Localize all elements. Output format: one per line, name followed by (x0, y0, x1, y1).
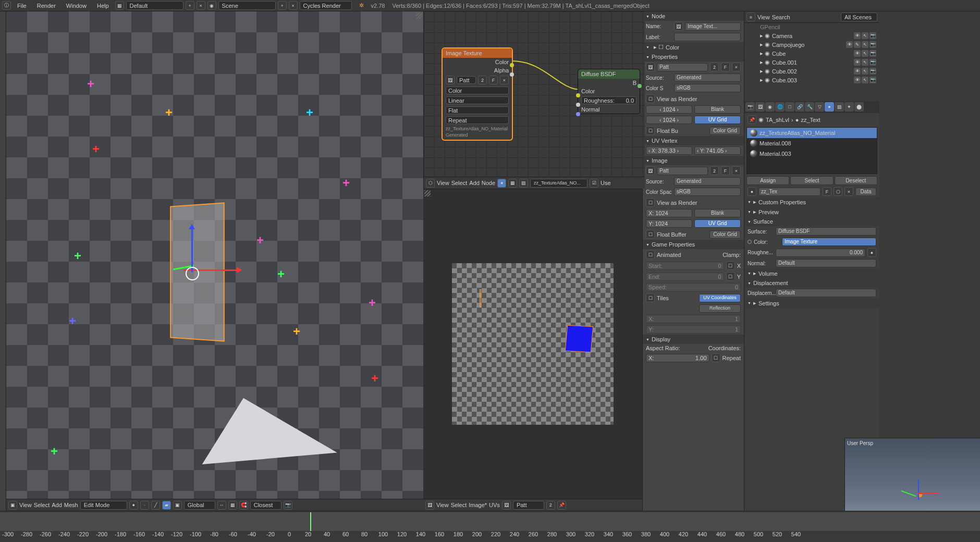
area-corner[interactable] (416, 13, 422, 19)
panel-preview[interactable]: ▸ Preview (744, 207, 879, 217)
item-label[interactable]: Cube (772, 51, 786, 57)
link-data-dd[interactable]: Data (855, 188, 876, 196)
checkbox[interactable]: ☐ (646, 198, 655, 207)
eye-icon[interactable]: 👁 (846, 41, 853, 48)
node-menu-view[interactable]: View (437, 180, 449, 186)
panel-color-header[interactable]: ▸ ☐ Color (643, 42, 744, 52)
material-name[interactable]: Material.008 (760, 140, 791, 146)
colorspace-dd[interactable]: Color (446, 87, 509, 94)
repeat-check[interactable]: ☐ (712, 353, 720, 362)
compositor-tree-icon[interactable]: ▦ (508, 179, 517, 188)
render-icon[interactable]: 📷 (869, 68, 876, 75)
item-label[interactable]: Cube.003 (772, 77, 797, 83)
surface-dd[interactable]: Diffuse BSDF (776, 227, 876, 236)
aspect-x[interactable]: X: 1.00 (646, 354, 709, 362)
cursor-icon[interactable]: ↖ (862, 32, 868, 39)
users-count[interactable]: 2 (478, 76, 487, 84)
3dview-editor-icon[interactable]: ▣ (8, 501, 17, 510)
material-field[interactable]: zz_TextureAtlas_NO... (530, 179, 587, 188)
material-browse-icon[interactable]: ● (748, 187, 756, 196)
area-corner[interactable] (424, 190, 431, 196)
clamp-y-check[interactable]: ☐ (726, 272, 735, 281)
material-slot-list[interactable]: zz_TextureAtlas_NO_Material Material.008… (746, 127, 877, 174)
assign-button[interactable]: Assign (746, 176, 789, 185)
node-title[interactable]: Image Texture (443, 48, 512, 58)
tab-constraint[interactable]: 🔗 (795, 102, 804, 112)
uv-menu-select[interactable]: Select (451, 502, 467, 508)
panel-gameprops-header[interactable]: Game Properties (643, 240, 744, 249)
node-menu-node[interactable]: Node (482, 180, 495, 186)
node-image-field[interactable]: Patt (457, 76, 476, 84)
uv-selection-small[interactable] (480, 289, 481, 307)
info-editor-icon[interactable]: ⓘ (2, 1, 11, 10)
cursor-icon[interactable]: ↖ (862, 41, 868, 48)
uvcoords-btn[interactable]: UV Coordinates (699, 294, 741, 302)
outliner-tree[interactable]: GPencil ▸ ◉ Camera👁↖📷 ▸ ◉ Campojuego👁✎↖📷… (744, 23, 879, 101)
panel-properties-header[interactable]: Properties (643, 52, 744, 61)
tab-scene[interactable]: ◉ (765, 102, 775, 112)
socket-normal-in[interactable] (576, 112, 580, 116)
panel-image-header[interactable]: Image (643, 156, 744, 165)
node-menu-select[interactable]: Select (451, 180, 468, 186)
source-dd[interactable]: Generated (674, 73, 741, 82)
disp-dd[interactable]: Default (776, 289, 876, 297)
texture-tree-icon[interactable]: ▨ (519, 179, 528, 188)
checkbox[interactable]: ☐ (646, 94, 655, 103)
item-label[interactable]: Cube.002 (772, 68, 797, 75)
menu-render[interactable]: Render (33, 2, 60, 10)
layout-dropdown[interactable]: Default (126, 1, 183, 10)
del-scene-icon[interactable]: × (289, 1, 298, 10)
checkbox[interactable]: ☐ (646, 250, 655, 259)
vert-select-icon[interactable]: · (140, 501, 149, 510)
roughness-value[interactable]: 0.0 (626, 97, 634, 103)
menu-file[interactable]: File (13, 2, 31, 10)
snap-dropdown[interactable]: Closest (250, 501, 281, 510)
tab-layers[interactable]: 🖼 (755, 102, 765, 112)
uv-menu-view[interactable]: View (436, 502, 449, 508)
render-icon[interactable]: 📷 (284, 501, 292, 510)
menu-help[interactable]: Help (93, 2, 113, 10)
tab-world[interactable]: 🌐 (775, 102, 785, 112)
uv-menu-image[interactable]: Image* (469, 502, 487, 508)
interp-dd[interactable]: Linear (446, 96, 509, 104)
panel-volume[interactable]: ▸ Volume (744, 268, 879, 278)
material-name[interactable]: Material.003 (760, 151, 791, 157)
render-icon[interactable]: 📷 (869, 50, 876, 57)
fake-user[interactable]: F (721, 166, 730, 175)
sphere-icon[interactable]: ● (129, 501, 138, 510)
tab-physics[interactable]: ⬤ (854, 102, 864, 112)
breadcrumb-mat[interactable]: zz_Text (801, 117, 820, 123)
del-layout-icon[interactable]: × (197, 1, 205, 10)
outl-menu-search[interactable]: Search (772, 14, 790, 20)
blank-btn[interactable]: Blank (694, 209, 741, 217)
timeline-editor[interactable]: -300-280-260-240-220-200-180-160-140-120… (0, 511, 980, 542)
uv-menu-uvs[interactable]: UVs (489, 502, 500, 508)
deselect-button[interactable]: Deselect (835, 176, 877, 185)
timeline-track[interactable] (0, 512, 980, 531)
timeline-playhead[interactable] (310, 512, 311, 531)
eye-icon[interactable]: 👁 (854, 50, 861, 57)
select-button[interactable]: Select (790, 176, 833, 185)
uv-selection-face[interactable] (565, 325, 593, 353)
gen-y-field[interactable]: Y: 1024 (646, 219, 692, 228)
panel-displacement[interactable]: Displacement (744, 278, 879, 288)
socket-rough-in[interactable] (576, 103, 580, 107)
node-toggle[interactable]: ⬡ (834, 187, 842, 196)
eye-icon[interactable]: 👁 (854, 32, 861, 39)
node-label-field[interactable] (674, 33, 741, 41)
image-browse-icon[interactable]: 🖼 (446, 76, 455, 84)
item-label[interactable]: Cube.001 (772, 59, 797, 66)
image-name-field[interactable]: Patt (657, 63, 708, 71)
fake-user-icon[interactable]: F (489, 76, 498, 84)
uvgrid-btn[interactable]: UV Grid (694, 116, 741, 124)
colorgrid-btn[interactable]: Color Grid (709, 230, 741, 239)
eye-icon[interactable]: 👁 (854, 68, 861, 75)
fake-user[interactable]: F (721, 63, 730, 71)
node-editor[interactable]: Image Texture Color Alpha 🖼Patt2F× Color… (423, 11, 645, 189)
cursor-icon[interactable]: ↖ (862, 59, 868, 66)
image-browse-icon[interactable]: 🖼 (502, 501, 511, 510)
users-count[interactable]: 2 (710, 166, 719, 175)
cspace-dd[interactable]: sRGB (674, 188, 741, 196)
item-label[interactable]: GPencil (760, 24, 780, 30)
node-menu-add[interactable]: Add (469, 180, 480, 186)
